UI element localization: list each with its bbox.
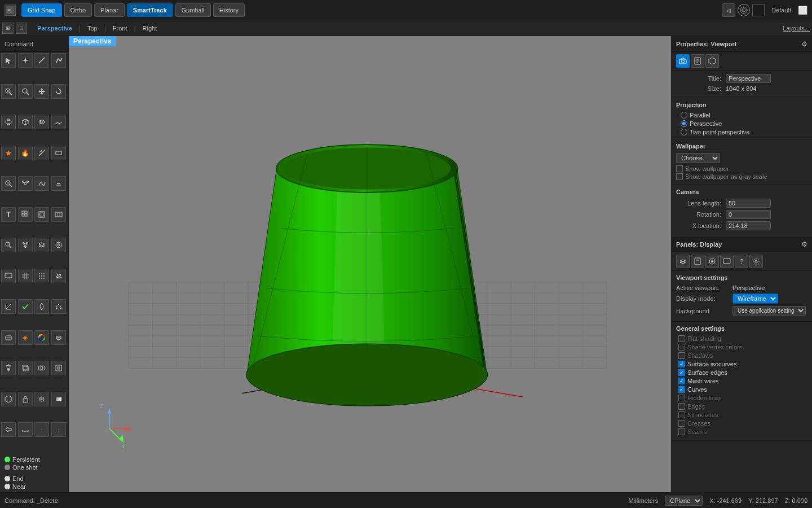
display-render-icon[interactable] [705,255,719,268]
tab-top[interactable]: Top [82,24,103,33]
tool-contour[interactable] [51,269,66,283]
tool-mirror[interactable] [34,238,49,252]
wallpaper-dropdown[interactable]: Choose... [676,153,720,163]
tool-flow[interactable] [34,176,49,191]
tool-offset[interactable] [51,176,66,191]
tool-rotate-view[interactable] [51,84,66,99]
edges-checkbox[interactable] [678,403,685,410]
two-point-radio-row[interactable]: Two point perspective [681,129,807,135]
tool-volume[interactable] [51,299,66,314]
grid-snap-button[interactable]: Grid Snap [21,3,62,17]
tool-dim[interactable] [18,422,33,437]
layouts-button[interactable]: Layouts... [783,25,810,32]
tool-rhino-obj[interactable] [1,330,16,345]
viewport-canvas[interactable]: Z Z X Y [69,36,671,492]
page-icon-btn[interactable] [691,54,704,68]
tool-color-wheel[interactable] [34,330,49,345]
tool-lock[interactable] [18,392,33,406]
display-layers-icon[interactable] [676,255,690,268]
tool-select[interactable] [1,53,16,68]
tool-fire[interactable]: 🔥 [18,146,33,160]
tool-light[interactable] [1,361,16,375]
display-doc-icon[interactable] [691,255,704,268]
display-shaded-icon[interactable] [720,255,734,268]
tool-mesh-grid[interactable] [18,269,33,283]
tool-sphere[interactable] [1,115,16,129]
tool-display[interactable] [1,269,16,283]
viewport-label[interactable]: Perspective [69,36,116,46]
title-input[interactable] [726,74,771,83]
tool-solid-pts[interactable] [51,207,66,222]
creases-checkbox[interactable] [678,420,685,427]
tool-pan[interactable] [34,84,49,99]
view-grid-icon[interactable]: ⊞ [2,23,14,34]
view-single-icon[interactable]: □ [16,23,27,34]
rotation-input[interactable] [726,210,771,219]
tool-rotate[interactable] [18,238,33,252]
tool-boolean-union[interactable] [34,361,49,375]
tool-torus[interactable] [34,115,49,129]
tool-polyline[interactable] [51,53,66,68]
mesh-wires-checkbox[interactable]: ✓ [678,378,685,384]
tool-zoom-window[interactable] [18,84,33,99]
gumball-button[interactable]: Gumball [175,3,211,17]
camera-icon-btn[interactable] [676,54,690,68]
tool-render[interactable] [34,392,49,406]
tool-search[interactable] [1,238,16,252]
shade-vertex-colors-checkbox[interactable] [678,344,685,351]
tool-line[interactable] [34,53,49,68]
tool-zoom-out[interactable] [1,176,16,191]
tool-extra2[interactable]: · [51,422,66,437]
tool-rectangle[interactable] [51,146,66,160]
tool-array[interactable] [18,207,33,222]
parallel-radio-row[interactable]: Parallel [681,112,807,119]
planar-button[interactable]: Planar [94,3,125,17]
object-icon-btn[interactable] [705,54,719,68]
smart-track-button[interactable]: SmartTrack [127,3,173,17]
show-wallpaper-checkbox[interactable] [676,165,683,172]
tool-material[interactable]: ◈ [18,330,33,345]
show-grayscale-checkbox[interactable] [676,173,683,180]
shadows-checkbox[interactable] [678,352,685,359]
tool-point2[interactable] [18,176,33,191]
tab-front[interactable]: Front [107,24,133,33]
history-button[interactable]: History [213,3,245,17]
tool-point[interactable] [18,53,33,68]
tool-cage[interactable] [34,207,49,222]
parallel-radio[interactable] [681,112,687,119]
tool-extract[interactable] [51,361,66,375]
tool-area[interactable] [34,299,49,314]
two-point-radio[interactable] [681,129,687,135]
tool-surface[interactable] [51,115,66,129]
x-location-input[interactable] [726,221,771,230]
seams-checkbox[interactable] [678,428,685,435]
display-mode-dropdown[interactable]: Wireframe [732,294,778,304]
nav-back-button[interactable]: ◁ [722,3,735,17]
color-swatch[interactable] [752,4,765,16]
cplane-dropdown[interactable]: CPlane [665,496,703,506]
tool-analyze[interactable] [1,299,16,314]
tool-mesh-dots[interactable] [34,269,49,283]
tab-right[interactable]: Right [137,24,163,33]
tool-check[interactable] [18,299,33,314]
target-icon[interactable] [738,4,750,16]
surface-edges-checkbox[interactable]: ✓ [678,369,685,376]
surface-isocurves-checkbox[interactable]: ✓ [678,361,685,367]
tool-box[interactable] [18,115,33,129]
maximize-button[interactable]: ⬜ [798,6,807,15]
tool-extra1[interactable]: · [34,422,49,437]
perspective-radio[interactable] [681,120,687,127]
background-dropdown[interactable]: Use application settings [732,306,806,316]
tool-layers2[interactable] [51,330,66,345]
curves-checkbox[interactable]: ✓ [678,386,685,393]
tool-arrow-nodes[interactable] [1,422,16,437]
display-help-icon[interactable]: ? [735,255,748,268]
tool-gradient[interactable] [51,392,66,406]
tool-star[interactable]: ★ [1,146,16,160]
tab-perspective[interactable]: Perspective [32,24,78,33]
tool-zoom-extents[interactable] [1,84,16,99]
tool-text[interactable]: T [1,207,16,222]
lens-length-input[interactable] [726,199,771,208]
tool-trim[interactable] [34,146,49,160]
perspective-radio-row[interactable]: Perspective [681,120,807,127]
